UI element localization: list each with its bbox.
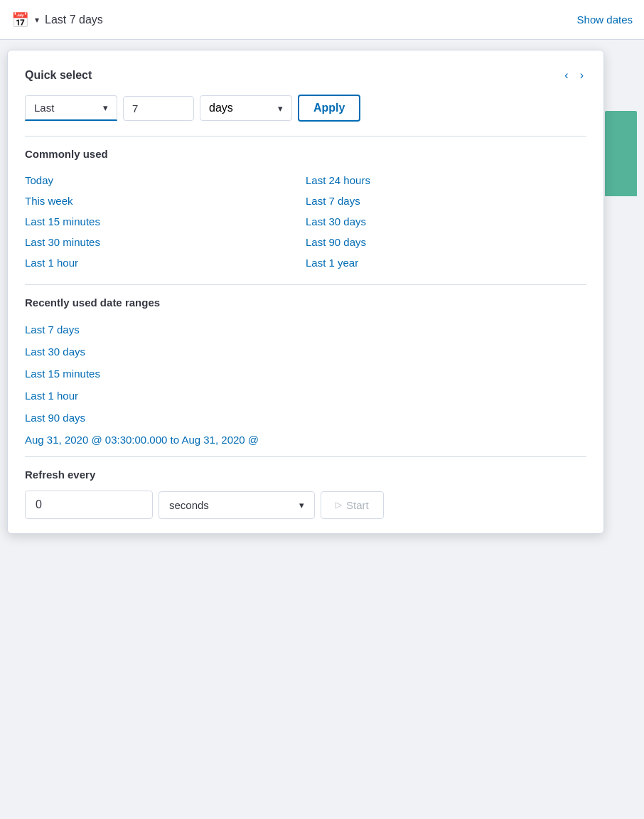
play-icon: ▷ (336, 500, 342, 510)
show-dates-link[interactable]: Show dates (577, 14, 633, 26)
chevron-down-icon[interactable]: ▾ (35, 15, 39, 25)
link-last-90-days[interactable]: Last 90 days (306, 232, 586, 252)
recent-item-3[interactable]: Last 1 hour (25, 385, 586, 407)
divider-2 (25, 284, 586, 285)
apply-button[interactable]: Apply (298, 95, 360, 122)
refresh-unit-value: seconds (169, 499, 209, 511)
link-last-24-hours[interactable]: Last 24 hours (306, 170, 586, 191)
prev-arrow-icon[interactable]: ‹ (562, 68, 571, 83)
commonly-used-title: Commonly used (25, 148, 586, 160)
date-range-title: Last 7 days (45, 14, 103, 26)
recent-item-5[interactable]: Aug 31, 2020 @ 03:30:00.000 to Aug 31, 2… (25, 429, 586, 451)
link-last-15-min[interactable]: Last 15 minutes (25, 211, 306, 232)
next-arrow-icon[interactable]: › (577, 68, 586, 83)
top-bar-left: 📅 ▾ Last 7 days (11, 11, 103, 28)
date-picker-panel: Quick select ‹ › Last ▾ days ▾ Apply Com… (7, 50, 604, 534)
unit-select-value: days (209, 102, 233, 114)
refresh-unit-select[interactable]: seconds ▾ (159, 491, 315, 519)
quick-select-row: Last ▾ days ▾ Apply (25, 95, 586, 122)
nav-arrows: ‹ › (562, 68, 586, 83)
quick-select-header: Quick select ‹ › (25, 68, 586, 83)
recently-used-list: Last 7 days Last 30 days Last 15 minutes… (25, 318, 586, 451)
quick-select-title: Quick select (25, 69, 92, 82)
number-input[interactable] (123, 96, 194, 121)
refresh-row: seconds ▾ ▷ Start (25, 491, 586, 519)
divider-1 (25, 136, 586, 136)
link-last-30-min[interactable]: Last 30 minutes (25, 232, 306, 252)
period-select[interactable]: Last ▾ (25, 95, 117, 121)
link-today[interactable]: Today (25, 170, 306, 191)
commonly-used-section: Commonly used Today This week Last 15 mi… (25, 148, 586, 273)
bar-chart-green1 (605, 111, 637, 196)
refresh-every-title: Refresh every (25, 469, 586, 481)
recent-item-2[interactable]: Last 15 minutes (25, 363, 586, 385)
recent-item-4[interactable]: Last 90 days (25, 407, 586, 429)
link-last-30-days[interactable]: Last 30 days (306, 211, 586, 232)
period-select-value: Last (34, 102, 54, 114)
refresh-every-section: Refresh every seconds ▾ ▷ Start (25, 456, 586, 533)
unit-select-chevron: ▾ (278, 103, 283, 114)
link-last-1-year[interactable]: Last 1 year (306, 252, 586, 273)
unit-select[interactable]: days ▾ (200, 95, 292, 121)
commonly-used-right-col: Last 24 hours Last 7 days Last 30 days L… (306, 170, 586, 273)
refresh-unit-chevron: ▾ (299, 500, 304, 510)
recent-item-0[interactable]: Last 7 days (25, 318, 586, 341)
refresh-number-input[interactable] (25, 491, 153, 519)
calendar-icon[interactable]: 📅 (11, 11, 29, 28)
commonly-used-left-col: Today This week Last 15 minutes Last 30 … (25, 170, 306, 273)
link-this-week[interactable]: This week (25, 191, 306, 211)
top-bar: 📅 ▾ Last 7 days Show dates (0, 0, 644, 40)
recently-used-section: Recently used date ranges Last 7 days La… (25, 296, 586, 451)
recently-used-title: Recently used date ranges (25, 296, 586, 309)
recent-item-1[interactable]: Last 30 days (25, 341, 586, 363)
period-select-chevron: ▾ (103, 102, 108, 113)
link-last-7-days[interactable]: Last 7 days (306, 191, 586, 211)
commonly-used-grid: Today This week Last 15 minutes Last 30 … (25, 170, 586, 273)
link-last-1-hour[interactable]: Last 1 hour (25, 252, 306, 273)
start-button[interactable]: ▷ Start (321, 491, 384, 519)
start-label: Start (346, 499, 369, 511)
